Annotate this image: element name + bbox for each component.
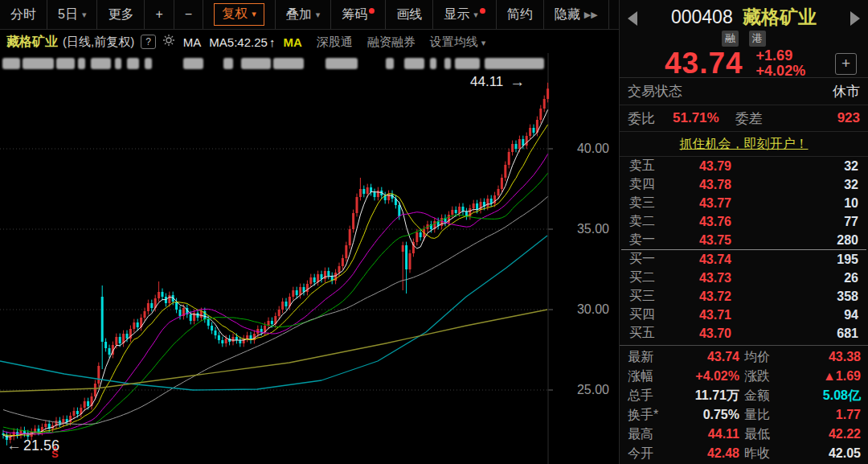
stock-code: 000408 [671, 6, 733, 27]
stats-row: 总手 11.71万金额 5.08亿 [628, 386, 861, 405]
minute-chart-button[interactable]: 分时 [0, 0, 47, 29]
notification-dot [369, 8, 375, 14]
quote-panel-header: 000408 藏格矿业 融 港 43.74 +1.69 +4.02% + [620, 0, 868, 78]
stock-title: 000408 藏格矿业 [620, 0, 868, 30]
weibi-label: 委比 [628, 109, 655, 128]
level-price: 43.70 [671, 326, 760, 341]
level-label: 买二 [629, 269, 671, 286]
level-price: 43.78 [671, 178, 760, 192]
stat-label: 涨幅 [628, 368, 653, 385]
sell-signal-marker: ▴ S [51, 443, 59, 458]
stat-cell: 最新 43.74 [628, 349, 744, 366]
stat-cell: 总手 11.71万 [628, 388, 744, 404]
chevron-down-icon: ▾ [473, 10, 478, 20]
stats-row: 换手* 0.75%量比 1.77 [628, 405, 861, 425]
margin-trading-tab[interactable]: 融资融券 [367, 35, 416, 50]
trade-status-label: 交易状态 [628, 82, 682, 101]
up-arrow-icon: ↑ [269, 35, 276, 49]
level-label: 买三 [629, 288, 671, 305]
zoom-out-button[interactable]: − [174, 0, 203, 29]
level-volume: 358 [760, 289, 858, 304]
chip-distribution-button[interactable]: 筹码 [331, 0, 386, 29]
y-axis-tick: 35.00 [553, 222, 609, 236]
order-book: 卖五 43.79 32卖四 43.78 32卖三 43.77 10卖二 43.7… [620, 157, 868, 343]
order-book-row[interactable]: 买五 43.70 681 [620, 324, 868, 343]
stat-label: 最高 [628, 426, 653, 443]
five-day-button[interactable]: 5日▾ [47, 0, 97, 29]
stock-name: 藏格矿业 [743, 6, 817, 27]
stat-cell: 涨跌 ▲1.69 [744, 368, 861, 385]
hk-connect-badge: 港 [749, 31, 766, 47]
draw-line-button[interactable]: 画线 [386, 0, 433, 29]
level-volume: 681 [760, 326, 858, 341]
stats-row: 最高 44.11最低 42.22 [628, 425, 861, 444]
weicha-label: 委差 [735, 109, 763, 128]
hide-toolbar-button[interactable]: 隐藏▶▶ [544, 0, 609, 29]
level-price: 43.72 [671, 289, 760, 304]
level-label: 买四 [629, 306, 671, 323]
display-button[interactable]: 显示▾ [433, 0, 497, 29]
level-label: 卖二 [629, 213, 671, 230]
candlestick-chart[interactable] [0, 53, 619, 464]
ma-settings-button[interactable]: 设置均线▾ [430, 35, 486, 50]
open-account-link[interactable]: 抓住机会，即刻开户！ [680, 136, 809, 153]
simple-mode-button[interactable]: 简约 [497, 0, 544, 29]
help-icon[interactable]: ? [141, 35, 156, 49]
bid-levels: 买一 43.74 195买二 43.73 26买三 43.72 358买四 43… [620, 250, 868, 343]
prev-stock-arrow[interactable] [628, 11, 637, 26]
order-book-row[interactable]: 买二 43.73 26 [620, 269, 868, 287]
level-label: 卖一 [629, 232, 671, 248]
level-volume: 77 [760, 215, 858, 229]
right-arrow-icon: → [510, 73, 525, 91]
ma-indicator-label[interactable]: MA [183, 35, 202, 49]
overlay-button[interactable]: 叠加▾ [276, 0, 332, 29]
order-book-row[interactable]: 卖三 43.77 10 [620, 194, 868, 212]
order-book-row[interactable]: 卖一 43.75 280 [620, 231, 868, 249]
stat-value: +4.02% [653, 369, 744, 384]
order-book-row[interactable]: 卖二 43.76 77 [620, 212, 868, 231]
order-book-row[interactable]: 卖四 43.78 32 [620, 175, 868, 194]
chart-header: 藏格矿业 (日线,前复权) ? MA MA5:42.25 ↑ MA 深股通 融资… [0, 31, 619, 53]
adjust-price-button[interactable]: 复权▾ [203, 0, 276, 29]
gear-icon[interactable] [162, 34, 175, 50]
order-book-row[interactable]: 买四 43.71 94 [620, 306, 868, 324]
ma-yellow-label[interactable]: MA [283, 35, 301, 49]
stat-cell: 均价 43.38 [744, 349, 861, 366]
stat-value: 11.71万 [653, 388, 744, 404]
stat-value: 43.38 [770, 350, 861, 364]
level-volume: 26 [760, 271, 858, 285]
next-stock-arrow[interactable] [850, 11, 860, 26]
stat-label: 昨收 [744, 446, 770, 462]
add-to-watchlist-button[interactable]: + [835, 53, 857, 75]
stat-label: 总手 [628, 388, 653, 404]
chart-mode-label: (日线,前复权) [63, 35, 134, 50]
level-price: 43.77 [671, 196, 760, 211]
stat-label: 换手* [628, 407, 658, 424]
margin-badge: 融 [722, 31, 739, 47]
stock-badges: 融 港 [620, 31, 868, 47]
y-axis-tick: 25.00 [553, 383, 609, 397]
stats-grid: 最新 43.74均价 43.38涨幅 +4.02%涨跌 ▲1.69总手 11.7… [620, 345, 868, 464]
chart-toolbar: 分时 5日▾ 更多 + − 复权▾ 叠加▾ 筹码 画线 显示▾ 简约 隐藏▶▶ [0, 0, 619, 30]
weicha-value: 923 [837, 110, 860, 126]
stat-value: 0.75% [658, 408, 744, 422]
left-arrow-icon: ← [6, 437, 22, 454]
stat-label: 今开 [628, 446, 653, 462]
stat-value: 43.74 [653, 350, 744, 364]
level-volume: 32 [760, 178, 858, 192]
stats-row: 今开 42.48昨收 42.05 [628, 444, 861, 463]
trade-status-value: 休市 [833, 82, 860, 101]
y-axis-tick: 40.00 [553, 142, 609, 156]
zoom-in-button[interactable]: + [145, 0, 174, 29]
stat-cell: 最低 42.22 [744, 426, 861, 443]
level-price: 43.75 [671, 233, 760, 248]
order-book-row[interactable]: 买一 43.74 195 [620, 250, 868, 269]
more-periods-button[interactable]: 更多 [97, 0, 145, 29]
order-book-row[interactable]: 买三 43.72 358 [620, 287, 868, 306]
stat-cell: 最高 44.11 [628, 426, 744, 443]
sz-connect-tab[interactable]: 深股通 [317, 35, 353, 50]
order-book-row[interactable]: 卖五 43.79 32 [620, 157, 868, 175]
level-price: 43.73 [671, 271, 760, 285]
weibi-value: 51.71% [673, 110, 719, 126]
stat-label: 最新 [628, 349, 653, 366]
